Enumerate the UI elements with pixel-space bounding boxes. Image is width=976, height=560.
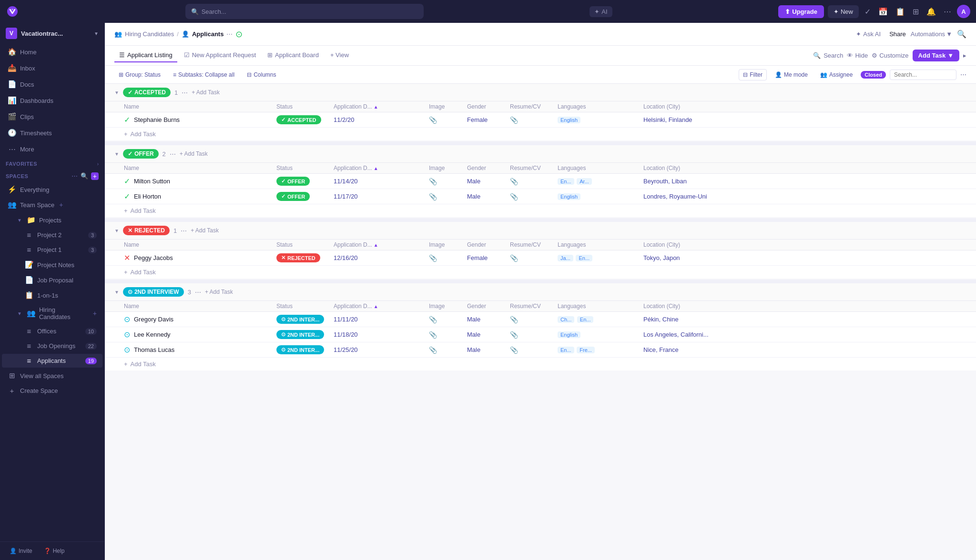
lang-chip-eng: En... [577, 316, 594, 323]
upgrade-button[interactable]: ⬆ Upgrade [778, 5, 824, 18]
breadcrumb-parent[interactable]: Hiring Candidates [125, 30, 174, 38]
ai-button[interactable]: ✦ AI [590, 6, 612, 17]
new-button[interactable]: ✦ New [828, 5, 859, 18]
view-more-btn[interactable]: ▸ [963, 52, 966, 59]
group-2nd-header[interactable]: ▼ ⊙ 2ND INTERVIEW 3 ⋯ + Add Task [105, 283, 976, 301]
spaces-label[interactable]: Spaces [6, 173, 28, 179]
invite-button[interactable]: 👤 Invite [6, 546, 36, 556]
resume-cell-lee: 📎 [510, 331, 558, 339]
customize-btn[interactable]: ⚙ Customize [872, 52, 908, 59]
team-space-icon: 👥 [8, 200, 16, 209]
ai-icon: ✦ [594, 8, 600, 15]
group-accepted-dots[interactable]: ⋯ [182, 89, 188, 96]
tab-applicant-board[interactable]: ⊞ Applicant Board [263, 49, 324, 62]
me-mode-btn[interactable]: 👤 Me mode [771, 69, 812, 80]
group-offer-dots[interactable]: ⋯ [170, 150, 176, 158]
add-task-label: Add Task [918, 52, 946, 59]
table-row[interactable]: ✓ Milton Sutton ✓ OFFER 11/14/20 📎 [105, 174, 976, 189]
hide-label: Hide [855, 52, 868, 59]
sidebar-item-offices[interactable]: ≡ Offices 10 [2, 324, 102, 338]
sidebar-item-docs[interactable]: 📄 Docs [2, 77, 102, 92]
hide-btn[interactable]: 👁 Hide [847, 52, 868, 59]
sidebar-item-clips[interactable]: 🎬 Clips [2, 109, 102, 124]
sidebar-item-applicants[interactable]: ≡ Applicants 19 [2, 354, 102, 368]
table-row[interactable]: ✓ Eli Horton ✓ OFFER 11/17/20 📎 Mal [105, 189, 976, 204]
spaces-search-icon[interactable]: 🔍 [81, 172, 88, 180]
bell-icon[interactable]: 🔔 [925, 5, 938, 18]
group-accepted-add[interactable]: + Add Task [192, 89, 220, 96]
project1-label: Project 1 [37, 246, 61, 253]
tab-add-view[interactable]: + View [325, 49, 354, 62]
table-row[interactable]: ⊙ Gregory Davis ⊙ 2ND INTER... 11/11/20 … [105, 312, 976, 327]
sidebar-item-team-space[interactable]: 👥 Team Space ⋯ + [2, 198, 102, 212]
tab-new-applicant-request[interactable]: ☑ New Applicant Request [179, 49, 261, 62]
group-2nd-dots[interactable]: ⋯ [195, 289, 201, 296]
sidebar-item-job-openings[interactable]: ≡ Job Openings 22 [2, 339, 102, 353]
group-2nd-add[interactable]: + Add Task [205, 289, 233, 295]
help-button[interactable]: ❓ Help [40, 546, 69, 556]
team-space-add[interactable]: + [59, 201, 63, 209]
sidebar-item-timesheets[interactable]: 🕐 Timesheets [2, 125, 102, 140]
group-offer-header[interactable]: ▼ ✓ OFFER 2 ⋯ + Add Task [105, 145, 976, 163]
view-all-spaces[interactable]: ⊞ View all Spaces [2, 369, 102, 383]
user-avatar[interactable]: A [957, 5, 970, 18]
favorites-label[interactable]: Favorites [6, 161, 37, 167]
subtasks-btn[interactable]: ≡ Subtasks: Collapse all [169, 69, 239, 80]
table-search-input[interactable] [890, 70, 956, 80]
group-accepted-header[interactable]: ▼ ✓ ACCEPTED 1 ⋯ + Add Task [105, 84, 976, 101]
page-search-icon[interactable]: 🔍 [957, 30, 966, 39]
grid-icon[interactable]: ⊞ [911, 5, 921, 18]
sidebar-item-1on1s[interactable]: 📋 1-on-1s [2, 288, 102, 302]
share-button[interactable]: Share [889, 30, 906, 38]
add-task-2nd[interactable]: + Add Task [105, 358, 976, 370]
sidebar-item-project-notes[interactable]: 📝 Project Notes [2, 258, 102, 272]
clipboard-icon[interactable]: 📋 [894, 5, 907, 18]
sidebar-item-inbox[interactable]: 📥 Inbox [2, 60, 102, 76]
sidebar-item-projects[interactable]: ▼ 📁 Projects [2, 213, 102, 227]
sidebar-item-job-proposal[interactable]: 📄 Job Proposal [2, 273, 102, 287]
group-status-btn[interactable]: ⊞ Group: Status [114, 69, 165, 80]
table-row[interactable]: ✓ Stephanie Burns ✓ ACCEPTED 11/2/20 📎 [105, 112, 976, 128]
add-task-offer[interactable]: + Add Task [105, 204, 976, 217]
board-icon: ⊞ [267, 51, 273, 59]
sidebar-item-project1[interactable]: ≡ Project 1 3 [2, 243, 102, 257]
automations-button[interactable]: Automations ▼ [911, 30, 952, 38]
assignee-btn[interactable]: 👥 Assignee [816, 69, 857, 80]
global-search[interactable]: 🔍 Search... [185, 4, 424, 19]
spaces-more-icon[interactable]: ⋯ [71, 172, 78, 180]
table-row[interactable]: ⊙ Thomas Lucas ⊙ 2ND INTER... 11/25/20 📎 [105, 342, 976, 358]
search-tab-btn[interactable]: 🔍 Search [813, 52, 843, 59]
spaces-add-icon[interactable]: + [91, 172, 99, 180]
group-rejected-header[interactable]: ▼ ✕ REJECTED 1 ⋯ + Add Task [105, 222, 976, 240]
ask-ai-button[interactable]: ✦ Ask AI [852, 29, 884, 40]
breadcrumb-dots[interactable]: ⋯ [226, 30, 233, 38]
status-accepted-badge: ✓ ACCEPTED [276, 115, 321, 124]
tab-applicant-listing[interactable]: ☰ Applicant Listing [114, 49, 177, 62]
sidebar-item-more[interactable]: ⋯ More [2, 141, 102, 157]
add-task-rejected[interactable]: + Add Task [105, 266, 976, 279]
sidebar-item-dashboards[interactable]: 📊 Dashboards [2, 93, 102, 108]
hiring-add[interactable]: + [93, 310, 97, 317]
group-rejected-add[interactable]: + Add Task [191, 227, 219, 234]
lang-chip-ch: Ch... [558, 316, 574, 323]
sidebar-item-home[interactable]: 🏠 Home [2, 44, 102, 60]
closed-badge[interactable]: Closed [861, 71, 886, 79]
toolbar-more-dots[interactable]: ⋯ [960, 71, 966, 78]
table-row[interactable]: ✕ Peggy Jacobs ✕ REJECTED 12/16/20 📎 [105, 250, 976, 266]
add-task-button[interactable]: Add Task ▼ [913, 50, 959, 61]
create-space[interactable]: + Create Space [2, 384, 102, 398]
workspace-selector[interactable]: V Vacationtrac... ▼ [0, 23, 104, 44]
add-task-accepted[interactable]: + Add Task [105, 128, 976, 140]
calendar-icon[interactable]: 📅 [876, 5, 890, 18]
table-row[interactable]: ⊙ Lee Kennedy ⊙ 2ND INTER... 11/18/20 📎 [105, 327, 976, 342]
sidebar-item-everything[interactable]: ⚡ Everything [2, 182, 102, 197]
check-circle-icon[interactable]: ✓ [863, 5, 873, 18]
filter-btn[interactable]: ⊟ Filter [739, 69, 767, 80]
sidebar-item-project2[interactable]: ≡ Project 2 3 [2, 228, 102, 242]
sidebar-item-hiring[interactable]: ▼ 👥 Hiring Candidates ⋯ + [2, 303, 102, 323]
apps-icon[interactable]: ⋯ [942, 5, 953, 18]
group-offer-add[interactable]: + Add Task [180, 150, 208, 157]
group-rejected-dots[interactable]: ⋯ [181, 227, 187, 234]
app-logo[interactable] [6, 5, 19, 18]
columns-btn[interactable]: ⊟ Columns [243, 69, 280, 80]
